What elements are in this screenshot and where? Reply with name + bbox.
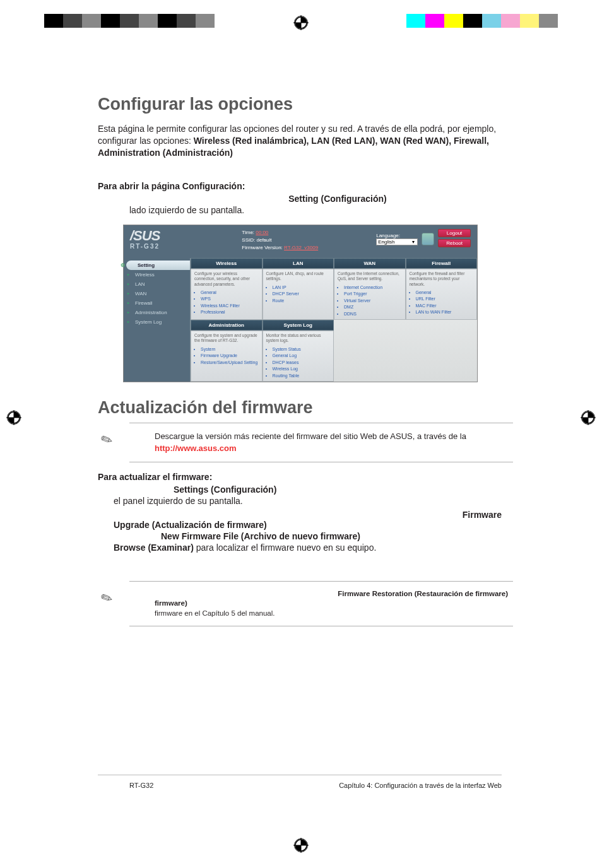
note-restoration: ✎ Firmware Restoration (Restauración de … [129, 581, 513, 627]
sidebar-item[interactable]: LAN [124, 279, 190, 289]
tile-link[interactable]: System Status [273, 346, 331, 353]
step1-tail: el panel izquierdo de su pantalla. [114, 496, 243, 506]
sidebar-item[interactable]: Wireless [124, 270, 190, 279]
chevron-down-icon: ▾ [412, 239, 415, 245]
open-config-heading: Para abrir la página Configuración: [98, 181, 502, 191]
flag-icon [422, 233, 434, 245]
registration-mark-icon [293, 838, 309, 853]
tile-head-wan: WAN [334, 258, 406, 269]
page-footer: RT-G32 Capítulo 4: Configuración a travé… [98, 775, 502, 789]
tile-link[interactable]: General [201, 290, 259, 296]
asus-url-link[interactable]: http://www.asus.com [155, 443, 237, 453]
tile-head-syslog: System Log [263, 320, 334, 331]
reboot-button[interactable]: Reboot [438, 239, 471, 247]
tile-link[interactable]: General Log [273, 353, 331, 360]
language-label: Language: [376, 233, 418, 238]
sidebar-item[interactable]: Administration [124, 308, 190, 317]
step3-browse: Browse (Examinar) [114, 542, 194, 553]
note-icon: ✎ [98, 587, 116, 609]
tile-wireless: Configure your wireless connection, secu… [191, 269, 263, 320]
screenshot-sidebar: Setting Wireless LAN WAN Firewall Admini… [124, 258, 191, 382]
tile-head-lan: LAN [263, 258, 334, 269]
step1-bold: Settings (Configuración) [174, 484, 276, 495]
note-download: ✎ Descargue la versión más reciente del … [129, 423, 513, 462]
router-model: RT-G32 [130, 243, 160, 250]
note2-bold: Firmware Restoration (Restauración de fi… [338, 590, 508, 597]
screenshot-main: Wireless LAN WAN Firewall Configure your… [191, 258, 477, 382]
tile-link[interactable]: Internet Connection [344, 284, 402, 291]
open-step-bold: Setting (Configuración) [288, 194, 387, 204]
tile-link[interactable]: URL Filter [416, 296, 474, 303]
note2-fw-word: firmware) [155, 599, 187, 607]
tile-head-wireless: Wireless [191, 258, 263, 269]
logout-button[interactable]: Logout [438, 229, 471, 237]
language-select[interactable]: English▾ [376, 238, 418, 245]
tile-wan: Configure the Internet connection, QoS, … [334, 269, 406, 320]
note2-tail: firmware en el Capítulo 5 del manual. [155, 609, 508, 619]
tile-link[interactable]: Restore/Save/Upload Setting [201, 360, 259, 367]
open-step-tail: lado izquierdo de su pantalla. [98, 205, 502, 215]
tile-link[interactable]: WPS [201, 296, 259, 303]
tile-syslog: Monitor the status and various system lo… [263, 331, 334, 382]
asus-logo: /SUS [130, 229, 160, 243]
sidebar-item[interactable]: System Log [124, 317, 190, 327]
tile-link[interactable]: Port Trigger [344, 291, 402, 298]
sidebar-item[interactable]: WAN [124, 289, 190, 298]
footer-model: RT-G32 [98, 782, 153, 789]
tile-link[interactable]: Virtual Server [344, 298, 402, 305]
tile-link[interactable]: DDNS [344, 311, 402, 318]
header-info: Time: 00:00 SSID: default Firmware Versi… [242, 229, 318, 252]
note-icon: ✎ [97, 430, 115, 452]
tile-link[interactable]: System [201, 346, 259, 353]
tile-head-admin: Administration [191, 320, 263, 331]
tile-link[interactable]: LAN to WAN Filter [416, 309, 474, 316]
tile-firewall: Configure the firewall and filter mechan… [406, 269, 478, 320]
registration-mark-icon [293, 15, 309, 30]
tile-link[interactable]: LAN IP [273, 284, 331, 291]
tile-head-firewall: Firewall [406, 258, 478, 269]
tile-link[interactable]: MAC Filter [416, 303, 474, 310]
tile-link[interactable]: DMZ [344, 304, 402, 311]
tile-link[interactable]: Wireless MAC Filter [201, 303, 259, 310]
update-firmware-heading: Para actualizar el firmware: [98, 472, 502, 482]
color-registration-left [44, 14, 215, 28]
firmware-heading: Actualización del firmware [98, 398, 502, 418]
step3-tail: para localizar el firmware nuevo en su e… [196, 542, 377, 553]
step2-right: Firmware [463, 510, 502, 520]
tile-link[interactable]: Wireless Log [273, 366, 331, 373]
sidebar-item-setting[interactable]: Setting [126, 261, 190, 270]
intro-paragraph: Esta página le permite configurar las op… [98, 123, 502, 159]
color-registration-right [406, 14, 558, 28]
tile-link[interactable]: Professional [201, 309, 259, 316]
step2-bold: Upgrade (Actualización de firmware) [114, 520, 267, 530]
tile-link[interactable]: DHCP leases [273, 360, 331, 367]
footer-chapter: Capítulo 4: Configuración a través de la… [339, 782, 502, 789]
tile-admin: Configure the system and upgrade the fir… [191, 331, 263, 382]
registration-mark-icon [581, 410, 596, 425]
registration-mark-icon [6, 410, 21, 425]
tile-link[interactable]: Routing Table [273, 373, 331, 380]
step3-bold: New Firmware File (Archivo de nuevo firm… [161, 531, 360, 541]
router-admin-screenshot: /SUS RT-G32 Time: 00:00 SSID: default Fi… [123, 225, 478, 383]
tile-link[interactable]: DHCP Server [273, 291, 331, 298]
tile-link[interactable]: General [416, 290, 474, 296]
tile-lan: Configure LAN, dhcp, and route settings.… [263, 269, 334, 320]
page-title: Configurar las opciones [98, 95, 502, 114]
tile-link[interactable]: Firmware Upgrade [201, 353, 259, 360]
tile-link[interactable]: Route [273, 298, 331, 305]
note-text: Descargue la versión más reciente del fi… [155, 431, 466, 441]
sidebar-item[interactable]: Firewall [124, 298, 190, 308]
